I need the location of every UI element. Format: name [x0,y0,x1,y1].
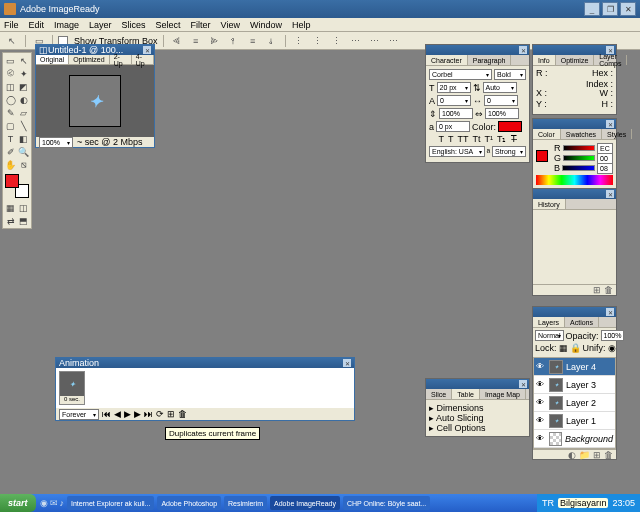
line-tool-icon[interactable]: ╲ [17,119,30,132]
b-slider[interactable] [562,165,595,171]
slice-tool-icon[interactable]: ◫ [4,80,17,93]
taskbar-item[interactable]: CHP Online: Böyle saat... [343,496,430,510]
quicklaunch-icon[interactable]: ♪ [60,498,65,508]
duplicate-frame-icon[interactable]: ⊞ [167,409,175,419]
jump-icon[interactable]: ⇄ [4,214,17,227]
align-top-icon[interactable]: ⫯ [226,34,242,48]
tray-balloon[interactable]: Bilgisayarın [558,498,609,508]
layer-name[interactable]: Layer 2 [566,398,596,408]
super-icon[interactable]: T¹ [485,134,494,144]
strike-icon[interactable]: T̶ [511,134,517,144]
menu-edit[interactable]: Edit [29,20,45,30]
lock-pixels-icon[interactable]: ▦ [559,343,568,353]
font-dropdown[interactable]: Corbel [429,69,492,80]
foreground-color[interactable] [5,174,19,188]
menu-select[interactable]: Select [156,20,181,30]
color-preview[interactable] [536,150,552,166]
shape-tool-icon[interactable]: ▢ [4,119,17,132]
tab-character[interactable]: Character [426,55,468,65]
minimize-button[interactable]: _ [584,2,600,16]
layer-row[interactable]: 👁Background [534,430,615,448]
taskbar-item[interactable]: Resimlerim [224,496,267,510]
first-frame-icon[interactable]: ⏮ [102,409,111,419]
distribute-icon[interactable]: ⋯ [348,34,364,48]
distribute-icon[interactable]: ⋮ [329,34,345,48]
visibility-icon[interactable]: 👁 [536,362,546,371]
menu-window[interactable]: Window [250,20,282,30]
close-icon[interactable]: ✕ [606,120,614,128]
layer-row[interactable]: 👁✦Layer 3 [534,376,615,394]
close-icon[interactable]: ✕ [606,190,614,198]
hand-tool-icon[interactable]: ✋ [4,158,17,171]
marquee-tool-icon[interactable]: ▭ [4,54,17,67]
maximize-button[interactable]: ❐ [602,2,618,16]
gradient-tool-icon[interactable]: ◧ [17,132,30,145]
kern-field[interactable]: 0 [437,95,471,106]
leading-field[interactable]: Auto [483,82,517,93]
sub-icon[interactable]: T₁ [497,134,507,144]
tab-history[interactable]: History [533,199,566,209]
eyedropper-tool-icon[interactable]: ✐ [4,145,17,158]
clock[interactable]: 23:05 [612,498,635,508]
bold-icon[interactable]: T [439,134,445,144]
layer-row[interactable]: 👁✦Layer 1 [534,412,615,430]
panel-header[interactable]: ✕ [533,119,616,129]
track-field[interactable]: 0 [484,95,518,106]
italic-icon[interactable]: T [448,134,454,144]
prev-frame-icon[interactable]: ◀ [114,409,121,419]
unify-icon[interactable]: ◉ [608,343,616,353]
tab-animation[interactable]: Animation [59,358,99,368]
quicklaunch-icon[interactable]: ◉ [40,498,48,508]
layer-name[interactable]: Layer 4 [566,362,596,372]
layer-row[interactable]: 👁✦Layer 2 [534,394,615,412]
menu-view[interactable]: View [221,20,240,30]
menu-layer[interactable]: Layer [89,20,112,30]
color-swatch[interactable] [5,174,29,198]
layer-thumb[interactable]: ✦ [549,360,563,374]
small-caps-icon[interactable]: Tt [473,134,481,144]
panel-header[interactable]: ✕ [426,379,529,389]
taskbar-item[interactable]: Adobe ImageReady [270,496,340,510]
play-icon[interactable]: ▶ [124,409,131,419]
color-spectrum[interactable] [536,175,613,185]
tab-4up[interactable]: 4-Up [132,55,154,64]
layer-thumb[interactable]: ✦ [549,378,563,392]
layer-name[interactable]: Layer 3 [566,380,596,390]
vscale-field[interactable]: 100% [439,108,473,119]
close-button[interactable]: ✕ [620,2,636,16]
align-left-icon[interactable]: ⫷ [169,34,185,48]
caps-icon[interactable]: TT [458,134,469,144]
tab-actions[interactable]: Actions [565,317,599,327]
taskbar-item[interactable]: Internet Explorer ak kull... [67,496,154,510]
section-dimensions[interactable]: ▸ Dimensions [429,403,526,413]
aa-dropdown[interactable]: Strong [492,146,526,157]
ps-icon[interactable]: ⬒ [17,214,30,227]
layer-row[interactable]: 👁✦Layer 4 [534,358,615,376]
close-icon[interactable]: ✕ [343,359,351,367]
b-value[interactable]: 08 [597,163,613,174]
tab-imagemap[interactable]: Image Map [480,389,526,399]
menu-image[interactable]: Image [54,20,79,30]
distribute-icon[interactable]: ⋮ [291,34,307,48]
start-button[interactable]: start [0,494,36,512]
visibility-icon[interactable]: 👁 [536,434,546,443]
type-tool-icon[interactable]: T [4,132,17,145]
new-layer-icon[interactable]: ⊞ [593,450,601,460]
visibility-icon[interactable]: 👁 [536,398,546,407]
tab-layercomps[interactable]: Layer Comps [594,55,627,65]
tab-info[interactable]: Info [533,55,556,65]
map-select-tool-icon[interactable]: ◐ [17,93,30,106]
tab-styles[interactable]: Styles [602,129,632,139]
move-tool-icon[interactable]: ↖ [17,54,30,67]
crop-tool-icon[interactable]: ⧅ [17,158,30,171]
move-tool-icon[interactable]: ↖ [4,34,20,48]
slice-select-tool-icon[interactable]: ◩ [17,80,30,93]
close-icon[interactable]: ✕ [519,380,527,388]
align-right-icon[interactable]: ⫸ [207,34,223,48]
distribute-icon[interactable]: ⋮ [310,34,326,48]
section-celloptions[interactable]: ▸ Cell Options [429,423,526,433]
menu-help[interactable]: Help [292,20,311,30]
quicklaunch-icon[interactable]: ✉ [50,498,58,508]
close-icon[interactable]: ✕ [519,46,527,54]
style-icon[interactable]: ◐ [568,450,576,460]
